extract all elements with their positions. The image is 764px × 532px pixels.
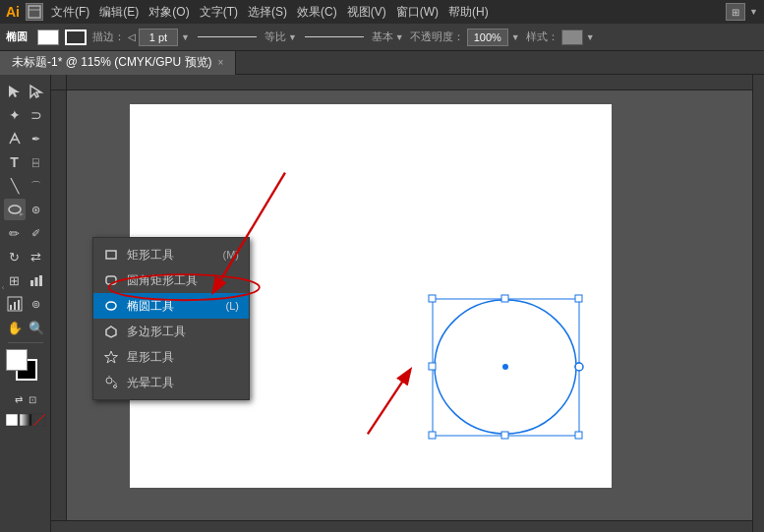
main-area: ‹ ✦ ⊃ ✒ T ⌸ ╲ <box>0 75 764 532</box>
menu-file[interactable]: 文件(F) <box>51 4 89 21</box>
ratio-arrow[interactable]: ▼ <box>288 32 297 42</box>
hand-tool-btn[interactable]: ✋ <box>4 317 26 338</box>
svg-rect-8 <box>14 302 16 310</box>
menu-select[interactable]: 选择(S) <box>248 4 287 21</box>
stroke-input-group: 描边： ◁ ▼ <box>92 29 190 46</box>
rounded-rect-label: 圆角矩形工具 <box>127 272 198 289</box>
graph-tool-btn[interactable] <box>4 293 26 315</box>
menu-edit[interactable]: 编辑(E) <box>99 4 139 21</box>
gradient-btn[interactable] <box>19 413 32 427</box>
tab-close-button[interactable]: × <box>218 57 224 68</box>
scrollbar-right[interactable] <box>752 75 764 532</box>
opacity-label: 不透明度： <box>410 30 464 44</box>
workspace-switcher[interactable]: ⊞ <box>726 3 745 21</box>
svg-marker-29 <box>106 326 116 337</box>
rectangle-label: 矩形工具 <box>127 247 174 264</box>
vertical-type-tool-btn[interactable]: ⌸ <box>26 151 47 173</box>
svg-rect-0 <box>29 6 40 18</box>
ellipse-tool-btn[interactable]: ▸ <box>4 199 26 220</box>
none-fill-btn[interactable] <box>32 413 46 427</box>
ellipse-expand-arrow: ▸ <box>20 209 24 218</box>
lasso-tool-btn[interactable]: ⊃ <box>26 104 47 126</box>
svg-point-31 <box>106 378 112 384</box>
style-swatch[interactable] <box>561 30 583 45</box>
opacity-arrow[interactable]: ▼ <box>511 32 520 42</box>
line-segment-tool-btn[interactable]: ╲ <box>4 175 26 197</box>
style-label: 样式： <box>526 30 558 44</box>
type-tool-btn[interactable]: T <box>4 151 26 173</box>
svg-rect-24 <box>575 432 582 439</box>
ruler-left <box>51 90 67 532</box>
dropdown-item-star[interactable]: 星形工具 <box>93 344 249 370</box>
arc-tool-btn[interactable]: ⌒ <box>26 175 47 197</box>
style-arrow[interactable]: ▼ <box>586 32 595 42</box>
ellipse-shortcut: (L) <box>226 300 239 312</box>
svg-line-13 <box>33 414 45 426</box>
selection-tool-btn[interactable] <box>4 81 26 102</box>
menu-help[interactable]: 帮助(H) <box>448 4 489 21</box>
dropdown-item-rectangle[interactable]: 矩形工具 (M) <box>93 242 249 267</box>
default-colors-btn[interactable]: ⊡ <box>26 388 39 410</box>
svg-point-16 <box>502 364 508 370</box>
fill-swatch[interactable] <box>37 30 59 45</box>
color-mode-btn[interactable] <box>5 413 19 427</box>
flare-icon <box>103 375 119 390</box>
paintbrush-tool-btn[interactable]: ✏ <box>4 222 26 244</box>
svg-rect-9 <box>18 300 20 310</box>
ellipse-container <box>425 291 587 443</box>
direct-selection-tool-btn[interactable] <box>26 81 47 102</box>
tool-dropdown-menu: 矩形工具 (M) 圆角矩形工具 椭圆工具 (L) <box>92 237 250 400</box>
stroke-value-input[interactable] <box>139 29 178 46</box>
svg-rect-27 <box>106 276 116 284</box>
stroke-swatch[interactable] <box>65 30 87 45</box>
swap-colors-btn[interactable]: ⇄ <box>12 388 26 410</box>
shaper-tool-btn[interactable]: ⊛ <box>26 199 47 220</box>
menu-view[interactable]: 视图(V) <box>347 4 386 21</box>
menu-window[interactable]: 窗口(W) <box>396 4 439 21</box>
fill-color-swatch[interactable] <box>6 349 28 371</box>
ruler-top <box>51 75 764 90</box>
rotate-tool-btn[interactable]: ↻ <box>4 246 26 267</box>
svg-rect-22 <box>429 432 436 439</box>
scrollbar-bottom[interactable] <box>51 520 752 532</box>
style-group: 样式： ▼ <box>526 30 595 45</box>
svg-rect-4 <box>34 277 37 286</box>
rectangle-icon <box>103 247 119 263</box>
blend-tool-btn[interactable]: ⊞ <box>4 269 26 291</box>
star-icon <box>103 349 119 365</box>
menu-type[interactable]: 文字(T) <box>200 4 238 21</box>
color-swatches-area <box>6 349 45 383</box>
dropdown-item-polygon[interactable]: 多边形工具 <box>93 319 249 344</box>
document-tab[interactable]: 未标题-1* @ 115% (CMYK/GPU 预览) × <box>0 51 236 75</box>
svg-rect-19 <box>575 295 582 302</box>
svg-rect-23 <box>501 432 508 439</box>
pen-tool-btn[interactable] <box>4 128 26 149</box>
dropdown-item-flare[interactable]: 光晕工具 <box>93 370 249 395</box>
svg-point-34 <box>114 385 117 388</box>
stroke-unit-arrow[interactable]: ▼ <box>181 32 190 42</box>
column-graph-tool-btn[interactable] <box>26 269 47 291</box>
magic-wand-tool-btn[interactable]: ✦ <box>4 104 26 126</box>
svg-line-33 <box>113 381 117 384</box>
ai-logo: Ai <box>6 4 20 20</box>
reflect-tool-btn[interactable]: ⇄ <box>26 246 47 267</box>
symbol-sprayer-tool-btn[interactable]: ⊚ <box>26 293 47 315</box>
svg-point-25 <box>575 363 583 371</box>
tabbar: 未标题-1* @ 115% (CMYK/GPU 预览) × <box>0 51 764 75</box>
rectangle-shortcut: (M) <box>223 249 240 261</box>
svg-rect-11 <box>20 414 31 426</box>
svg-rect-20 <box>429 363 436 370</box>
svg-rect-3 <box>30 280 33 286</box>
pencil-tool-btn[interactable]: ✐ <box>26 222 47 244</box>
anchor-add-tool-btn[interactable]: ✒ <box>26 128 47 149</box>
dropdown-item-ellipse[interactable]: 椭圆工具 (L) <box>93 293 249 319</box>
menu-object[interactable]: 对象(O) <box>148 4 189 21</box>
svg-rect-5 <box>39 275 42 286</box>
menu-effect[interactable]: 效果(C) <box>297 4 337 21</box>
opacity-input[interactable] <box>467 29 508 46</box>
toolbar-divider <box>8 342 43 343</box>
zoom-tool-btn[interactable]: 🔍 <box>26 317 47 338</box>
polygon-icon <box>103 324 119 339</box>
basic-arrow[interactable]: ▼ <box>395 32 404 42</box>
dropdown-item-rounded-rect[interactable]: 圆角矩形工具 <box>93 267 249 293</box>
